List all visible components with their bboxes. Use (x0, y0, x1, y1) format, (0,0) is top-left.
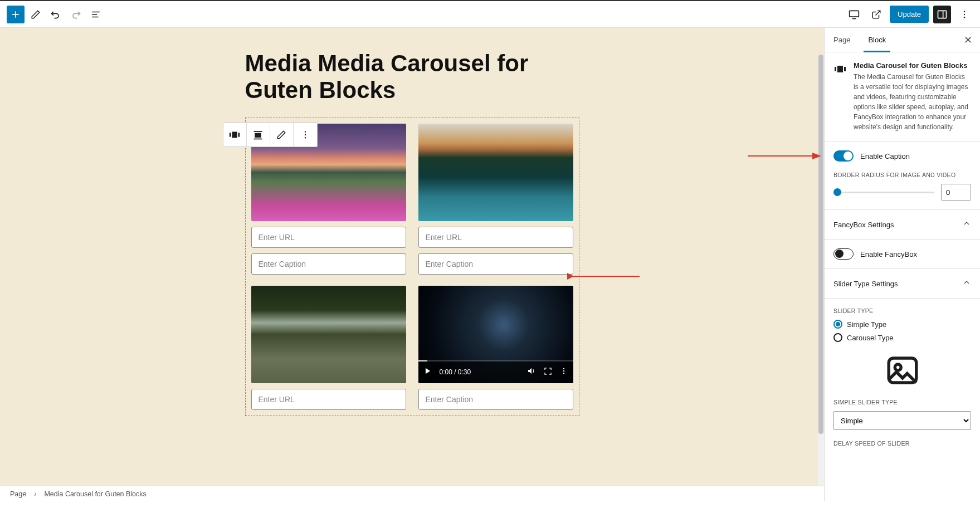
slider-type-section-header[interactable]: Slider Type Settings (825, 269, 980, 299)
video-more-icon[interactable] (560, 367, 568, 377)
edit-mode-button[interactable] (27, 6, 45, 23)
chevron-up-icon (962, 219, 971, 230)
block-type-button[interactable] (223, 123, 247, 146)
slider-type-label: SLIDER TYPE (833, 307, 971, 314)
redo-button[interactable] (67, 6, 85, 23)
fullscreen-icon[interactable] (544, 367, 552, 377)
play-icon[interactable] (424, 367, 432, 377)
caption-input[interactable] (418, 253, 573, 275)
chevron-up-icon (962, 278, 971, 289)
enable-fancybox-label: Enable FancyBox (860, 250, 917, 258)
preview-device-button[interactable] (845, 6, 863, 23)
svg-rect-21 (255, 134, 261, 138)
svg-point-30 (895, 364, 901, 370)
editor-topbar: Update (0, 1, 980, 28)
media-item (251, 286, 406, 410)
svg-point-23 (304, 131, 305, 133)
view-page-button[interactable] (867, 6, 885, 23)
enable-fancybox-toggle[interactable] (833, 248, 854, 260)
canvas-scrollbar[interactable] (818, 55, 824, 486)
video-time: 0:00 / 0:30 (440, 368, 471, 376)
breadcrumb-root[interactable]: Page (10, 490, 26, 498)
border-radius-label: BORDER RADIUS FOR IMAGE AND VIDEO (833, 172, 971, 178)
border-radius-input[interactable] (941, 184, 971, 201)
block-toolbar (223, 123, 318, 147)
fancybox-section-header[interactable]: FancyBox Settings (825, 210, 980, 240)
border-radius-slider[interactable] (833, 192, 934, 193)
svg-rect-27 (837, 66, 843, 72)
simple-slider-type-label: SIMPLE SLIDER TYPE (833, 399, 971, 405)
block-edit-button[interactable] (270, 123, 294, 146)
tab-block[interactable]: Block (859, 28, 895, 52)
svg-rect-28 (844, 67, 846, 71)
settings-sidebar-toggle[interactable] (933, 6, 951, 23)
block-icon (833, 62, 847, 76)
block-align-button[interactable] (247, 123, 270, 146)
svg-point-14 (563, 368, 564, 369)
tab-page[interactable]: Page (825, 28, 859, 52)
settings-sidebar: Page Block ✕ Media Carousel for Guten Bl… (824, 28, 980, 501)
url-input[interactable] (251, 227, 406, 248)
svg-point-12 (964, 17, 965, 18)
slider-type-preview-icon (833, 342, 971, 392)
volume-icon[interactable] (527, 367, 536, 377)
url-input[interactable] (418, 227, 573, 248)
svg-point-10 (964, 11, 965, 12)
simple-slider-type-select[interactable]: Simple (833, 411, 971, 430)
undo-button[interactable] (47, 6, 65, 23)
media-thumbnail[interactable] (418, 124, 573, 221)
media-item: 0:00 / 0:30 (418, 286, 573, 410)
document-overview-button[interactable] (87, 6, 105, 23)
svg-rect-17 (230, 133, 231, 136)
svg-marker-13 (425, 368, 430, 374)
url-input[interactable] (251, 389, 406, 410)
breadcrumb: Page › Media Carousel for Guten Blocks (0, 486, 824, 501)
svg-rect-18 (232, 132, 237, 138)
svg-point-15 (563, 370, 564, 372)
block-more-button[interactable] (294, 123, 317, 146)
svg-rect-19 (238, 133, 240, 136)
radio-simple-type[interactable]: Simple Type (833, 320, 971, 329)
svg-line-7 (876, 11, 880, 15)
breadcrumb-current[interactable]: Media Carousel for Guten Blocks (44, 490, 146, 498)
svg-point-25 (304, 137, 305, 138)
enable-caption-label: Enable Caption (860, 152, 910, 160)
chevron-right-icon: › (34, 490, 36, 498)
update-button[interactable]: Update (890, 6, 929, 23)
svg-point-11 (964, 13, 965, 14)
media-item (418, 124, 573, 275)
svg-rect-5 (850, 11, 859, 17)
page-title[interactable]: Media Media Carousel for Guten Blocks (245, 50, 579, 104)
media-video-thumbnail[interactable]: 0:00 / 0:30 (418, 286, 573, 383)
svg-point-24 (304, 134, 305, 135)
block-name: Media Carousel for Guten Blocks (854, 61, 971, 70)
block-description: The Media Carousel for Guten Blocks is a… (854, 72, 971, 132)
caption-input[interactable] (418, 389, 573, 410)
editor-canvas[interactable]: Media Media Carousel for Guten Blocks (0, 28, 824, 501)
delay-speed-label: DELAY SPEED OF SLIDER (833, 440, 971, 447)
add-block-button[interactable] (7, 6, 25, 23)
more-options-button[interactable] (955, 6, 973, 23)
svg-rect-26 (835, 67, 836, 71)
radio-carousel-type[interactable]: Carousel Type (833, 333, 971, 342)
enable-caption-toggle[interactable] (833, 150, 854, 162)
media-carousel-block[interactable]: 0:00 / 0:30 (245, 118, 579, 416)
media-thumbnail[interactable] (251, 286, 406, 383)
close-sidebar-button[interactable]: ✕ (956, 34, 980, 46)
svg-point-16 (563, 373, 564, 374)
caption-input[interactable] (251, 253, 406, 275)
svg-rect-8 (938, 11, 947, 18)
